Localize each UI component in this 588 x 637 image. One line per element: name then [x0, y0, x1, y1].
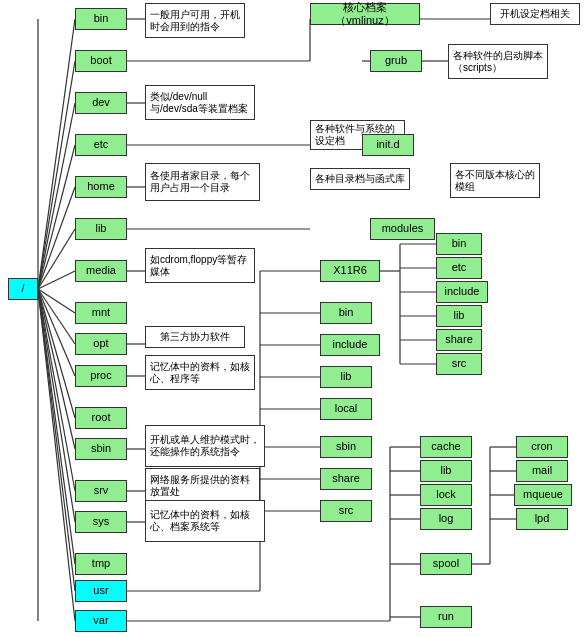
x11-share-node: share	[436, 329, 482, 351]
mail-node: mail	[516, 460, 568, 482]
var-log-node: log	[420, 508, 472, 530]
svg-line-11	[38, 289, 75, 449]
proc-note: 记忆体中的资料，如核心、程序等	[145, 355, 255, 390]
openrc-note: 开机设定档相关	[490, 3, 580, 25]
usr-lib-node: lib	[320, 366, 372, 388]
srv-note: 网络服务所提供的资料放置处	[145, 468, 260, 503]
tmp-node: tmp	[75, 553, 127, 575]
usr-src-node: src	[320, 500, 372, 522]
dev-node: dev	[75, 92, 127, 114]
mqueue-node: mqueue	[514, 484, 572, 506]
usr-bin-node: bin	[320, 302, 372, 324]
scripts-note: 各种软件的启动脚本（scripts）	[448, 44, 548, 79]
lib-note2: 各不同版本核心的模组	[450, 163, 540, 198]
svg-line-13	[38, 289, 75, 522]
initd-node: init.d	[362, 134, 414, 156]
usr-sbin-node: sbin	[320, 436, 372, 458]
svg-line-9	[38, 289, 75, 376]
mnt-node: mnt	[75, 302, 127, 324]
home-node: home	[75, 176, 127, 198]
etc-node: etc	[75, 134, 127, 156]
opt-node: opt	[75, 333, 127, 355]
svg-line-14	[38, 289, 75, 564]
x11r6-node: X11R6	[320, 260, 380, 282]
x11-etc-node: etc	[436, 257, 482, 279]
proc-node: proc	[75, 365, 127, 387]
bin-node: bin	[75, 8, 127, 30]
media-note: 如cdrom,floppy等暂存媒体	[145, 248, 255, 283]
sys-note: 记忆体中的资料，如核心、档案系统等	[145, 500, 265, 542]
usr-share-node: share	[320, 468, 372, 490]
var-cache-node: cache	[420, 436, 472, 458]
modules-node: modules	[370, 218, 435, 240]
svg-line-3	[38, 145, 75, 289]
bin-note: 一般用户可用，开机时会用到的指令	[145, 3, 245, 38]
media-node: media	[75, 260, 127, 282]
sbin-node: sbin	[75, 438, 127, 460]
svg-line-16	[38, 289, 75, 621]
lib-node: lib	[75, 218, 127, 240]
opt-note: 第三方协力软件	[145, 326, 245, 348]
svg-line-10	[38, 289, 75, 418]
dev-note: 类似/dev/null与/dev/sda等装置档案	[145, 85, 255, 120]
svg-line-15	[38, 289, 75, 591]
svg-line-8	[38, 289, 75, 344]
usr-include-node: include	[320, 334, 380, 356]
lpd-node: lpd	[516, 508, 568, 530]
svg-line-5	[38, 229, 75, 289]
x11-src-node: src	[436, 353, 482, 375]
usr-node: usr	[75, 580, 127, 602]
lib-note: 各种目录档与函式库	[310, 168, 410, 190]
home-note: 各使用者家目录，每个用户占用一个目录	[145, 163, 260, 201]
svg-line-6	[38, 271, 75, 289]
svg-line-0	[38, 19, 75, 289]
var-lib-node: lib	[420, 460, 472, 482]
svg-line-1	[38, 61, 75, 289]
x11-bin-node: bin	[436, 233, 482, 255]
var-node: var	[75, 610, 127, 632]
root-dir-node: root	[75, 407, 127, 429]
vmlinuz-node: 核心档案（vmlinuz）	[310, 3, 420, 25]
var-lock-node: lock	[420, 484, 472, 506]
boot-node: boot	[75, 50, 127, 72]
svg-line-12	[38, 289, 75, 491]
filesystem-diagram: / bin boot dev etc home lib media mnt op…	[0, 0, 588, 637]
svg-line-4	[38, 187, 75, 289]
svg-line-7	[38, 289, 75, 313]
var-spool-node: spool	[420, 553, 472, 575]
srv-node: srv	[75, 480, 127, 502]
x11-lib-node: lib	[436, 305, 482, 327]
grub-node: grub	[370, 50, 422, 72]
cron-node: cron	[516, 436, 568, 458]
root-node: /	[8, 278, 38, 300]
var-run-node: run	[420, 606, 472, 628]
svg-line-2	[38, 103, 75, 289]
local-node: local	[320, 398, 372, 420]
sbin-note: 开机或单人维护模式时，还能操作的系统指令	[145, 425, 265, 467]
x11-include-node: include	[436, 281, 488, 303]
sys-node: sys	[75, 511, 127, 533]
